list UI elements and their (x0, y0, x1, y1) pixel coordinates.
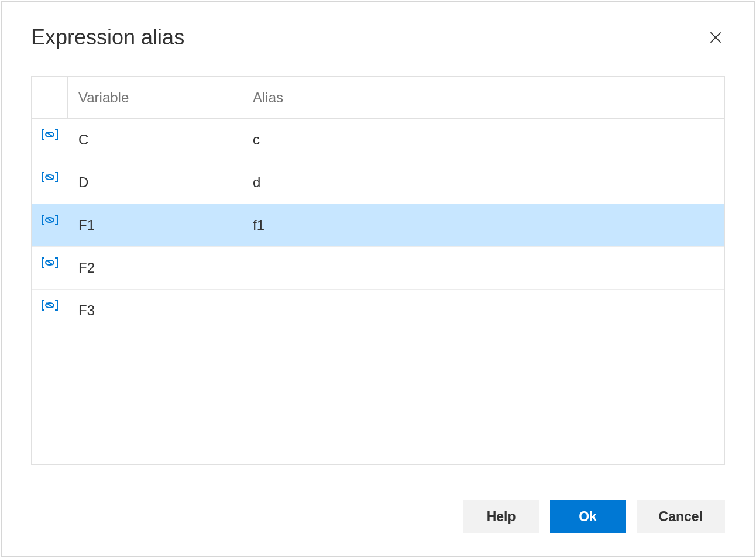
row-variable-cell: F3 (68, 302, 242, 319)
column-header-icon (32, 77, 68, 118)
dialog-footer: Help Ok Cancel (31, 500, 725, 533)
ok-button[interactable]: Ok (550, 500, 626, 533)
table-row[interactable]: C c (32, 119, 724, 161)
table-row[interactable]: F2 (32, 247, 724, 290)
column-header-alias[interactable]: Alias (242, 77, 724, 118)
row-icon-cell (32, 182, 68, 183)
close-icon (708, 30, 723, 45)
dialog-header: Expression alias (31, 25, 725, 50)
row-variable-cell: C (68, 132, 242, 148)
row-variable-cell: D (68, 174, 242, 191)
row-variable-cell: F2 (68, 260, 242, 276)
row-alias-cell[interactable]: c (242, 132, 724, 148)
row-icon-cell (32, 310, 68, 311)
variable-icon (40, 171, 59, 183)
table-header: Variable Alias (32, 77, 724, 119)
dialog-title: Expression alias (31, 25, 184, 50)
variable-icon (40, 299, 59, 311)
table-row[interactable]: F3 (32, 290, 724, 332)
expression-alias-dialog: Expression alias Variable Alias (1, 1, 755, 557)
table-row[interactable]: F1 f1 (32, 204, 724, 247)
help-button[interactable]: Help (463, 500, 539, 533)
close-button[interactable] (706, 28, 725, 47)
variable-icon (40, 129, 59, 140)
row-alias-cell[interactable]: d (242, 174, 724, 191)
variable-icon (40, 257, 59, 268)
row-icon-cell (32, 267, 68, 268)
row-variable-cell: F1 (68, 217, 242, 233)
variable-icon (40, 214, 59, 226)
cancel-button[interactable]: Cancel (637, 500, 725, 533)
row-icon-cell (32, 139, 68, 140)
row-alias-cell[interactable]: f1 (242, 217, 724, 233)
table-row[interactable]: D d (32, 161, 724, 204)
row-icon-cell (32, 225, 68, 226)
column-header-variable[interactable]: Variable (68, 77, 242, 118)
alias-table: Variable Alias C c (31, 76, 725, 465)
table-body: C c D d (32, 119, 724, 464)
